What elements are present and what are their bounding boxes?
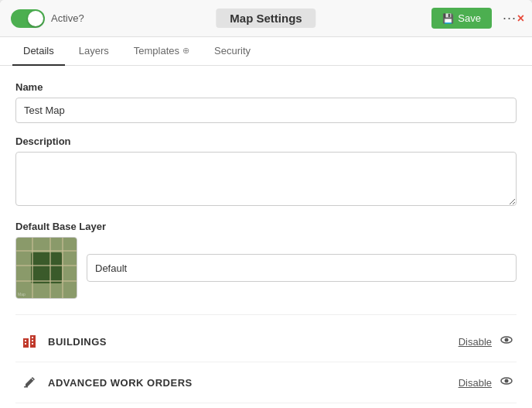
- buildings-disable-button[interactable]: Disable: [459, 336, 492, 348]
- awo-name: ADVANCED WORK ORDERS: [48, 377, 459, 389]
- base-layer-input[interactable]: [87, 254, 517, 282]
- base-layer-label: Default Base Layer: [15, 221, 517, 232]
- buildings-name: BUILDINGS: [48, 336, 459, 348]
- base-layer-select-wrapper: [87, 254, 517, 282]
- tab-templates[interactable]: Templates ⊕: [123, 37, 200, 66]
- feature-item-awo: ADVANCED WORK ORDERS Disable: [15, 362, 517, 403]
- tab-layers[interactable]: Layers: [68, 37, 120, 66]
- modal-body: Name Description Default Base Layer: [0, 66, 532, 408]
- name-input[interactable]: [15, 98, 517, 123]
- awo-icon: [19, 372, 40, 393]
- awo-disable-button[interactable]: Disable: [459, 377, 492, 389]
- base-layer-row: Map: [15, 237, 517, 299]
- save-icon: 💾: [442, 13, 454, 24]
- svg-rect-2: [25, 340, 26, 341]
- feature-item-buildings: BUILDINGS Disable: [15, 321, 517, 362]
- save-button[interactable]: 💾 Save: [431, 8, 492, 29]
- svg-rect-3: [25, 343, 26, 345]
- buildings-eye-icon[interactable]: [500, 333, 513, 350]
- svg-rect-6: [32, 343, 33, 345]
- header-left: Active?: [11, 9, 84, 28]
- active-toggle[interactable]: [11, 9, 45, 28]
- header-right: 💾 Save ···: [431, 8, 521, 29]
- more-options-button[interactable]: ···: [498, 9, 521, 28]
- name-label: Name: [15, 81, 517, 93]
- awo-eye-icon[interactable]: [500, 374, 513, 391]
- map-thumbnail: Map: [15, 237, 77, 299]
- base-layer-section: Default Base Layer Map: [15, 221, 517, 299]
- svg-point-8: [505, 338, 509, 342]
- tab-security[interactable]: Security: [203, 37, 261, 66]
- buildings-icon: [19, 331, 40, 352]
- name-field-group: Name: [15, 81, 517, 123]
- description-label: Description: [15, 135, 517, 147]
- active-label: Active?: [51, 12, 84, 24]
- modal-title: Map Settings: [216, 9, 315, 28]
- description-field-group: Description: [15, 135, 517, 208]
- templates-plus-icon: ⊕: [182, 46, 189, 56]
- tab-details[interactable]: Details: [12, 37, 65, 66]
- map-overlay-text: Map: [18, 292, 26, 297]
- svg-rect-5: [32, 340, 33, 341]
- tabs-bar: Details Layers Templates ⊕ Security: [0, 37, 532, 66]
- map-settings-modal: × Map Settings Active? 💾 Save ··· Detail…: [0, 0, 532, 408]
- feature-list: BUILDINGS Disable: [15, 314, 517, 403]
- svg-rect-9: [24, 386, 28, 388]
- svg-point-11: [505, 379, 509, 383]
- svg-rect-4: [32, 337, 33, 338]
- description-input[interactable]: [15, 152, 517, 206]
